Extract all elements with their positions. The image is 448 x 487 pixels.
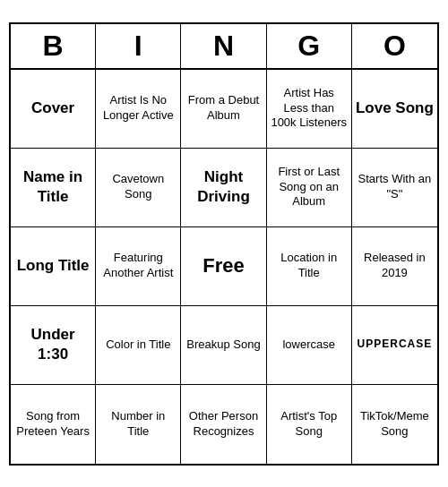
bingo-cell-16[interactable]: Color in Title — [96, 306, 181, 385]
header-letter-b: B — [11, 24, 96, 68]
bingo-cell-12[interactable]: Free — [181, 227, 266, 306]
bingo-cell-14[interactable]: Released in 2019 — [352, 227, 437, 306]
bingo-cell-7[interactable]: Night Driving — [181, 149, 266, 227]
header-letter-i: I — [96, 24, 181, 68]
bingo-cell-3[interactable]: Artist Has Less than 100k Listeners — [267, 70, 352, 149]
bingo-cell-22[interactable]: Other Person Recognizes — [181, 385, 266, 464]
bingo-cell-11[interactable]: Featuring Another Artist — [96, 227, 181, 306]
bingo-cell-17[interactable]: Breakup Song — [181, 306, 266, 385]
bingo-cell-23[interactable]: Artist's Top Song — [267, 385, 352, 464]
bingo-cell-24[interactable]: TikTok/Meme Song — [352, 385, 437, 464]
bingo-cell-1[interactable]: Artist Is No Longer Active — [96, 70, 181, 149]
bingo-cell-21[interactable]: Number in Title — [96, 385, 181, 464]
bingo-cell-2[interactable]: From a Debut Album — [181, 70, 266, 149]
bingo-cell-0[interactable]: Cover — [11, 70, 96, 149]
header-letter-g: G — [267, 24, 352, 68]
header-letter-o: O — [352, 24, 437, 68]
bingo-cell-9[interactable]: Starts With an "S" — [352, 149, 437, 227]
bingo-cell-13[interactable]: Location in Title — [267, 227, 352, 306]
bingo-cell-19[interactable]: UPPERCASE — [352, 306, 437, 385]
bingo-cell-20[interactable]: Song from Preteen Years — [11, 385, 96, 464]
bingo-header: BINGO — [11, 24, 437, 70]
header-letter-n: N — [181, 24, 266, 68]
bingo-cell-15[interactable]: Under 1:30 — [11, 306, 96, 385]
bingo-cell-8[interactable]: First or Last Song on an Album — [267, 149, 352, 227]
bingo-cell-5[interactable]: Name in Title — [11, 149, 96, 227]
bingo-cell-10[interactable]: Long Title — [11, 227, 96, 306]
bingo-cell-4[interactable]: Love Song — [352, 70, 437, 149]
bingo-grid: CoverArtist Is No Longer ActiveFrom a De… — [11, 70, 437, 464]
bingo-cell-18[interactable]: lowercase — [267, 306, 352, 385]
bingo-card: BINGO CoverArtist Is No Longer ActiveFro… — [9, 22, 439, 466]
bingo-cell-6[interactable]: Cavetown Song — [96, 149, 181, 227]
